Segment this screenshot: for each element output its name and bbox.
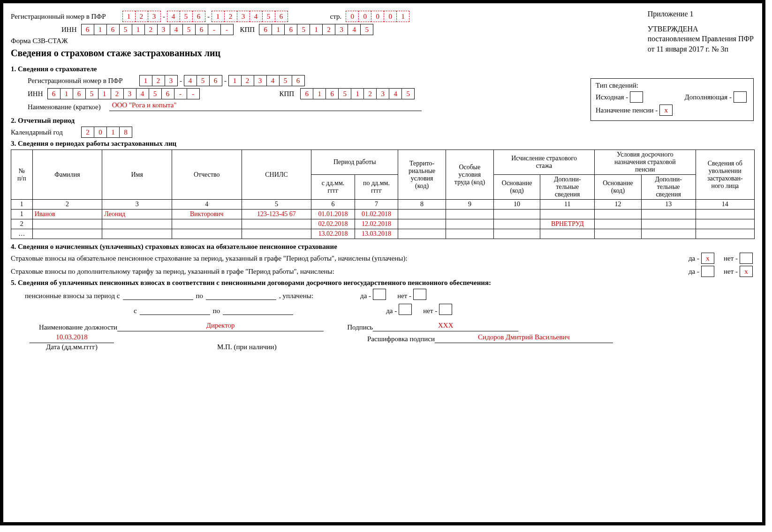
- cell-lastname[interactable]: [32, 229, 102, 239]
- s1-kpp-digit[interactable]: 1: [351, 88, 364, 99]
- cell-special[interactable]: [446, 219, 494, 229]
- s1-reg-digit[interactable]: 1: [228, 75, 242, 86]
- s5-to-1[interactable]: [206, 290, 276, 300]
- s1-reg-digit[interactable]: 2: [152, 75, 165, 86]
- s4-no-check-2[interactable]: x: [740, 266, 753, 277]
- kpp-digit[interactable]: 3: [335, 24, 348, 35]
- s4-no-check[interactable]: [740, 253, 753, 264]
- cell-terr[interactable]: [398, 229, 446, 239]
- reg-digit[interactable]: 4: [250, 11, 263, 22]
- s1-inn-digit[interactable]: 6: [73, 88, 86, 99]
- s5-yes-check-2[interactable]: [399, 304, 412, 315]
- cell-basis1[interactable]: [493, 210, 540, 219]
- kpp-digit[interactable]: 5: [297, 24, 310, 35]
- s4-yes-check[interactable]: x: [701, 253, 714, 264]
- inn-digit[interactable]: 6: [81, 24, 94, 35]
- s1-reg-digit[interactable]: 6: [292, 75, 305, 86]
- signature-value[interactable]: XXX: [373, 322, 518, 331]
- s5-no-check-2[interactable]: [439, 304, 452, 315]
- s1-inn-digit[interactable]: 6: [161, 88, 174, 99]
- inn-digit[interactable]: 4: [170, 24, 183, 35]
- cell-firstname[interactable]: Леонид: [102, 210, 172, 219]
- reg-digit[interactable]: 2: [135, 11, 148, 22]
- inn-digit[interactable]: -: [208, 24, 221, 35]
- kpp-digit[interactable]: 4: [348, 24, 361, 35]
- s1-inn-digit[interactable]: 3: [123, 88, 136, 99]
- type-source-check[interactable]: [630, 91, 643, 103]
- year-digit[interactable]: 1: [106, 127, 120, 138]
- s1-inn-digit[interactable]: 1: [98, 88, 111, 99]
- cell-term[interactable]: [696, 229, 754, 239]
- reg-digit[interactable]: 1: [122, 11, 136, 22]
- inn-digit[interactable]: 6: [195, 24, 208, 35]
- cell-lastname[interactable]: Иванов: [32, 210, 102, 219]
- s1-reg-digit[interactable]: 3: [254, 75, 267, 86]
- s1-kpp-digit[interactable]: 6: [300, 88, 313, 99]
- reg-digit[interactable]: 2: [224, 11, 237, 22]
- sign-name-value[interactable]: Сидоров Дмитрий Васильевич: [435, 333, 613, 343]
- s1-reg-digit[interactable]: 5: [197, 75, 210, 86]
- cell-basis2[interactable]: [595, 229, 642, 239]
- kpp-digit[interactable]: 1: [310, 24, 323, 35]
- kpp-digit[interactable]: 1: [272, 24, 285, 35]
- year-digit[interactable]: 2: [81, 127, 94, 138]
- cell-firstname[interactable]: [102, 219, 172, 229]
- cell-lastname[interactable]: [32, 219, 102, 229]
- cell-extra2[interactable]: [641, 210, 696, 219]
- page-digit[interactable]: 1: [396, 11, 409, 22]
- s1-reg-digit[interactable]: 4: [184, 75, 197, 86]
- cell-patronymic[interactable]: [172, 219, 242, 229]
- kpp-digit[interactable]: 6: [284, 24, 297, 35]
- s1-kpp-digit[interactable]: 1: [313, 88, 326, 99]
- page-digit[interactable]: 0: [371, 11, 384, 22]
- s1-inn-digit[interactable]: -: [187, 88, 200, 99]
- cell-extra1[interactable]: [540, 229, 595, 239]
- s1-inn-digit[interactable]: 5: [85, 88, 98, 99]
- s1-inn-digit[interactable]: 1: [60, 88, 73, 99]
- type-add-check[interactable]: [734, 91, 747, 103]
- inn-digit[interactable]: 1: [132, 24, 145, 35]
- s1-reg-digit[interactable]: 4: [266, 75, 280, 86]
- inn-digit[interactable]: 3: [157, 24, 170, 35]
- s5-yes-check-1[interactable]: [373, 289, 386, 300]
- cell-extra1[interactable]: ВРНЕТРУД: [540, 219, 595, 229]
- cell-snils[interactable]: [242, 219, 311, 229]
- inn-digit[interactable]: 5: [182, 24, 196, 35]
- s1-inn-digit[interactable]: 6: [47, 88, 61, 99]
- cell-patronymic[interactable]: [172, 229, 242, 239]
- s1-kpp-digit[interactable]: 2: [363, 88, 377, 99]
- cell-terr[interactable]: [398, 210, 446, 219]
- cell-basis1[interactable]: [493, 219, 540, 229]
- s1-kpp-digit[interactable]: 4: [389, 88, 402, 99]
- cell-snils[interactable]: 123-123-45 67: [242, 210, 311, 219]
- s1-reg-digit[interactable]: 5: [279, 75, 292, 86]
- reg-digit[interactable]: 5: [180, 11, 193, 22]
- cell-terr[interactable]: [398, 219, 446, 229]
- s4-yes-check-2[interactable]: [701, 266, 714, 277]
- kpp-digit[interactable]: 2: [322, 24, 335, 35]
- kpp-digit[interactable]: 5: [360, 24, 373, 35]
- s1-reg-digit[interactable]: 1: [139, 75, 152, 86]
- inn-digit[interactable]: 5: [119, 24, 132, 35]
- s1-inn-digit[interactable]: 4: [136, 88, 149, 99]
- reg-digit[interactable]: 1: [212, 11, 225, 22]
- page-digit[interactable]: 0: [384, 11, 397, 22]
- s1-kpp-digit[interactable]: 6: [325, 88, 339, 99]
- s5-from-1[interactable]: [123, 290, 193, 300]
- s1-reg-digit[interactable]: 6: [209, 75, 222, 86]
- cell-special[interactable]: [446, 229, 494, 239]
- cell-to[interactable]: 12.02.2018: [355, 219, 398, 229]
- page-digit[interactable]: 0: [358, 11, 371, 22]
- cell-extra1[interactable]: [540, 210, 595, 219]
- kpp-digit[interactable]: 6: [259, 24, 272, 35]
- s5-from-2[interactable]: [140, 305, 210, 315]
- reg-digit[interactable]: 5: [262, 11, 275, 22]
- date-value[interactable]: 10.03.2018: [30, 333, 114, 343]
- cell-snils[interactable]: [242, 229, 311, 239]
- cell-basis1[interactable]: [493, 229, 540, 239]
- cell-term[interactable]: [696, 210, 754, 219]
- cell-patronymic[interactable]: Викторович: [172, 210, 242, 219]
- s1-kpp-digit[interactable]: 5: [401, 88, 415, 99]
- reg-digit[interactable]: 3: [237, 11, 250, 22]
- s1-inn-digit[interactable]: 2: [111, 88, 124, 99]
